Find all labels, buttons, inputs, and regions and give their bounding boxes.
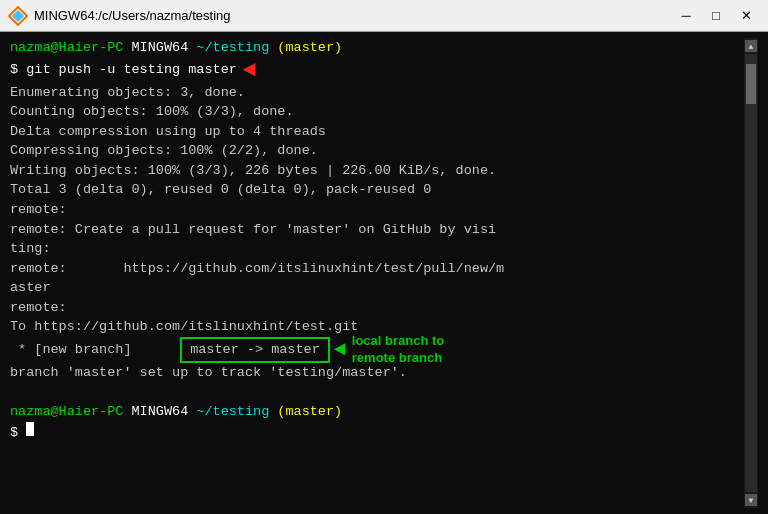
maximize-button[interactable]: □ bbox=[702, 5, 730, 27]
branch-mapping-box: master -> master bbox=[180, 337, 330, 363]
output-line-1: Counting objects: 100% (3/3), done. bbox=[10, 102, 744, 122]
prompt-line-1: nazma@Haier-PC MINGW64 ~/testing (master… bbox=[10, 38, 744, 58]
final-prompt: $ bbox=[10, 423, 26, 443]
prompt-line-2: nazma@Haier-PC MINGW64 ~/testing (master… bbox=[10, 402, 744, 422]
scroll-track[interactable] bbox=[745, 54, 757, 492]
final-prompt-line: $ bbox=[10, 422, 744, 443]
output-line-9: remote: https://github.com/itslinuxhint/… bbox=[10, 259, 744, 279]
scroll-up-button[interactable]: ▲ bbox=[745, 40, 757, 52]
title-bar: MINGW64:/c/Users/nazma/testing ─ □ ✕ bbox=[0, 0, 768, 32]
output-line-2: Delta compression using up to 4 threads bbox=[10, 122, 744, 142]
output-line-3: Compressing objects: 100% (2/2), done. bbox=[10, 141, 744, 161]
scroll-thumb[interactable] bbox=[746, 64, 756, 104]
title-bar-left: MINGW64:/c/Users/nazma/testing bbox=[8, 6, 231, 26]
annotation-label: local branch to remote branch bbox=[352, 333, 444, 367]
prompt1-path: ~/testing bbox=[196, 38, 269, 58]
prompt1-user: nazma@Haier-PC bbox=[10, 38, 123, 58]
output-line-10: aster bbox=[10, 278, 744, 298]
scrollbar[interactable]: ▲ ▼ bbox=[744, 38, 758, 508]
minimize-button[interactable]: ─ bbox=[672, 5, 700, 27]
green-arrow-left-icon: ◄ bbox=[334, 338, 346, 361]
prompt2-path: ~/testing bbox=[196, 402, 269, 422]
terminal-content: nazma@Haier-PC MINGW64 ~/testing (master… bbox=[10, 38, 744, 508]
output-line-4: Writing objects: 100% (3/3), 226 bytes |… bbox=[10, 161, 744, 181]
prompt1-shell: MINGW64 bbox=[123, 38, 196, 58]
red-arrow-icon: ◄ bbox=[243, 58, 256, 83]
scroll-down-button[interactable]: ▼ bbox=[745, 494, 757, 506]
output-line-0: Enumerating objects: 3, done. bbox=[10, 83, 744, 103]
command-line: $ git push -u testing master ◄ bbox=[10, 58, 744, 83]
window-controls: ─ □ ✕ bbox=[672, 5, 760, 27]
app-icon bbox=[8, 6, 28, 26]
branch-mapping-line: * [new branch] master -> master ◄ local … bbox=[10, 337, 744, 363]
output-line-11: remote: bbox=[10, 298, 744, 318]
output-line-6: remote: bbox=[10, 200, 744, 220]
command-text: $ git push -u testing master bbox=[10, 60, 237, 80]
output-line-8: ting: bbox=[10, 239, 744, 259]
window-title: MINGW64:/c/Users/nazma/testing bbox=[34, 8, 231, 23]
terminal-window[interactable]: nazma@Haier-PC MINGW64 ~/testing (master… bbox=[0, 32, 768, 514]
prompt2-branch: (master) bbox=[269, 402, 342, 422]
prompt1-branch: (master) bbox=[269, 38, 342, 58]
prompt2-user: nazma@Haier-PC bbox=[10, 402, 123, 422]
output-line-7: remote: Create a pull request for 'maste… bbox=[10, 220, 744, 240]
branch-prefix: * [new branch] bbox=[10, 340, 180, 360]
cursor bbox=[26, 422, 34, 436]
output-line-5: Total 3 (delta 0), reused 0 (delta 0), p… bbox=[10, 180, 744, 200]
close-button[interactable]: ✕ bbox=[732, 5, 760, 27]
blank-line bbox=[10, 382, 744, 402]
prompt2-shell: MINGW64 bbox=[123, 402, 196, 422]
